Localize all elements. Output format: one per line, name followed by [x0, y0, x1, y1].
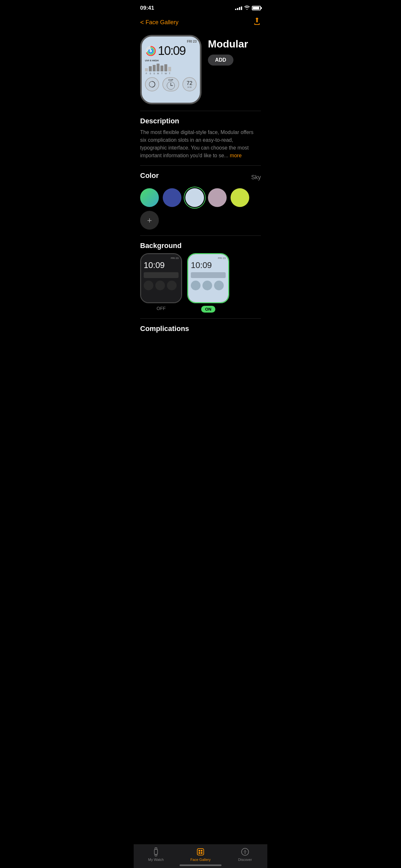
nav-bar: < Face Gallery	[134, 14, 267, 32]
watch-preview-section: FRI 23 10:09 UVI 6 HIGH	[134, 32, 267, 111]
chevron-left-icon: <	[140, 19, 144, 26]
bg-on-time: 10:09	[191, 260, 226, 270]
background-on-watch[interactable]: FRI 23 10:09	[187, 253, 229, 303]
bg-on-comps	[191, 281, 226, 290]
color-value: Sky	[251, 174, 261, 181]
color-swatch-blue[interactable]	[163, 188, 181, 207]
color-swatch-sky[interactable]	[185, 188, 204, 207]
bg-on-date: FRI 23	[191, 257, 226, 259]
temp-value: 72	[187, 81, 192, 86]
status-time: 09:41	[140, 5, 154, 11]
signal-icon	[235, 6, 242, 10]
cup-complication: CUP	[162, 77, 179, 91]
color-swatch-lime[interactable]	[230, 188, 249, 207]
watch-face-preview: FRI 23 10:09 UVI 6 HIGH	[140, 35, 202, 104]
battery-icon	[252, 6, 261, 10]
tab-bar-spacer	[134, 336, 267, 368]
color-swatch-mauve[interactable]	[208, 188, 227, 207]
background-previews: FRI 23 10:09 OFF FRI 23 10:09	[140, 253, 261, 313]
timer-icon	[149, 81, 156, 88]
color-header: Color Sky	[140, 172, 261, 183]
add-button[interactable]: ADD	[208, 55, 234, 66]
color-add-button[interactable]: +	[140, 211, 159, 229]
temp-range: 64 88	[188, 86, 192, 88]
timer-complication	[145, 77, 159, 91]
uvi-bars	[145, 63, 197, 71]
status-icons	[235, 5, 261, 11]
background-on-item[interactable]: FRI 23 10:09 ON	[187, 253, 229, 313]
temp-complication: 72 64 88	[182, 77, 197, 91]
uvi-text: UVI 6 HIGH	[145, 59, 197, 62]
complications-row: CUP 72 64 88	[145, 77, 197, 91]
color-title: Color	[140, 172, 158, 180]
svg-point-5	[149, 49, 153, 53]
bg-off-date: FRI 23	[144, 257, 179, 259]
back-label: Face Gallery	[146, 19, 179, 26]
complications-title: Complications	[140, 324, 261, 333]
wifi-icon	[244, 5, 250, 11]
more-link[interactable]: more	[230, 153, 242, 158]
watch-date: FRI 23	[187, 40, 197, 43]
bg-off-middle	[144, 272, 179, 278]
share-icon	[253, 17, 261, 26]
background-off-item[interactable]: FRI 23 10:09 OFF	[140, 253, 182, 311]
share-button[interactable]	[253, 17, 261, 28]
back-button[interactable]: < Face Gallery	[140, 19, 179, 26]
bar-labels: F S S M T W T	[145, 72, 197, 74]
watch-time: 10:09	[158, 44, 185, 58]
watch-info: Modular ADD	[208, 35, 248, 66]
background-section: Background FRI 23 10:09 OFF	[134, 236, 267, 318]
background-on-badge: ON	[201, 306, 215, 313]
description-title: Description	[140, 117, 261, 125]
clock-icon	[166, 81, 175, 90]
background-off-label: OFF	[157, 306, 166, 311]
cup-label: CUP	[168, 79, 174, 81]
color-swatches: +	[140, 188, 261, 229]
bg-off-time: 10:09	[144, 260, 179, 270]
description-section: Description The most flexible digital-st…	[134, 111, 267, 165]
background-off-watch[interactable]: FRI 23 10:09	[140, 253, 182, 303]
activity-rings-icon	[145, 45, 157, 57]
bg-on-middle	[191, 272, 226, 278]
status-bar: 09:41	[134, 0, 267, 14]
color-swatch-green[interactable]	[140, 188, 159, 207]
description-text: The most flexible digital-style face, Mo…	[140, 128, 261, 159]
watch-face-name: Modular	[208, 38, 248, 50]
background-title: Background	[140, 242, 261, 250]
complications-section: Complications	[134, 319, 267, 333]
watch-face-inner: FRI 23 10:09 UVI 6 HIGH	[145, 40, 197, 99]
bg-off-comps	[144, 281, 179, 290]
color-section: Color Sky +	[134, 166, 267, 236]
